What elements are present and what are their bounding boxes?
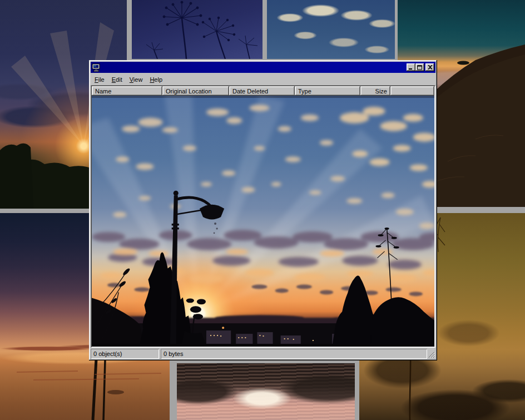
column-header-name[interactable]: Name (92, 86, 162, 96)
column-header-size[interactable]: Size (360, 86, 390, 96)
window-icon[interactable] (92, 63, 101, 72)
menu-bar: File Edit View Help (91, 73, 435, 85)
column-header-date-deleted[interactable]: Date Deleted (229, 86, 295, 96)
column-header-original-location[interactable]: Original Location (162, 86, 229, 96)
minimize-icon (408, 65, 414, 70)
maximize-icon (417, 65, 423, 70)
list-content-area[interactable] (92, 96, 434, 347)
wallpaper-photo-blue-sky-clouds (267, 0, 395, 59)
close-button[interactable] (425, 63, 434, 71)
column-header-row: Name Original Location Date Deleted Type… (92, 86, 434, 96)
menu-edit[interactable]: Edit (108, 75, 126, 84)
wallpaper-photo-water-reflection (177, 363, 355, 420)
maximize-button[interactable] (415, 63, 424, 71)
recycle-bin-window: File Edit View Help Name Original Locati… (89, 60, 437, 360)
column-header-filler (390, 86, 434, 96)
menu-file[interactable]: File (91, 75, 108, 84)
dried-flower-silhouette-art (132, 0, 262, 59)
resize-grip-icon (427, 349, 435, 359)
list-view: Name Original Location Date Deleted Type… (91, 85, 435, 348)
close-icon (428, 65, 433, 70)
status-bar: 0 object(s) 0 bytes (91, 349, 435, 359)
column-header-type[interactable]: Type (295, 86, 360, 96)
desktop: { "desktop": { "gap_color": "#a4a4a4", "… (0, 0, 525, 420)
window-titlebar[interactable] (91, 62, 435, 73)
wallpaper-photo-dried-flowers (132, 0, 262, 59)
status-bytes: 0 bytes (161, 349, 427, 359)
minimize-button[interactable] (407, 63, 415, 71)
status-objects: 0 object(s) (91, 349, 159, 359)
resize-grip[interactable] (427, 349, 435, 359)
menu-view[interactable]: View (126, 75, 147, 84)
sunset-streetlamp-scene (92, 96, 434, 347)
menu-help[interactable]: Help (146, 75, 166, 84)
